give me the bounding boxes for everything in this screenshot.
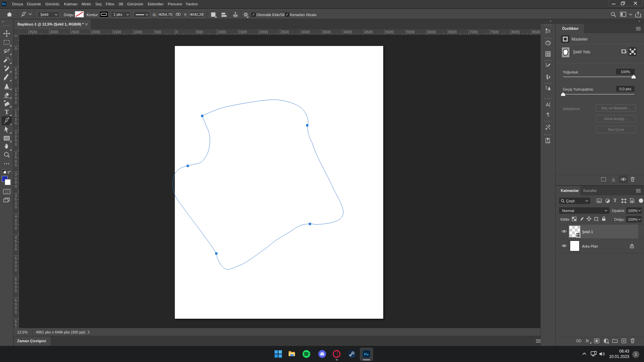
svg-text:A: A (546, 102, 549, 107)
svg-text:Ps: Ps (364, 352, 368, 356)
svg-text:T: T (5, 109, 9, 115)
svg-text:5: 5 (548, 29, 550, 34)
svg-text:¶: ¶ (547, 111, 549, 117)
